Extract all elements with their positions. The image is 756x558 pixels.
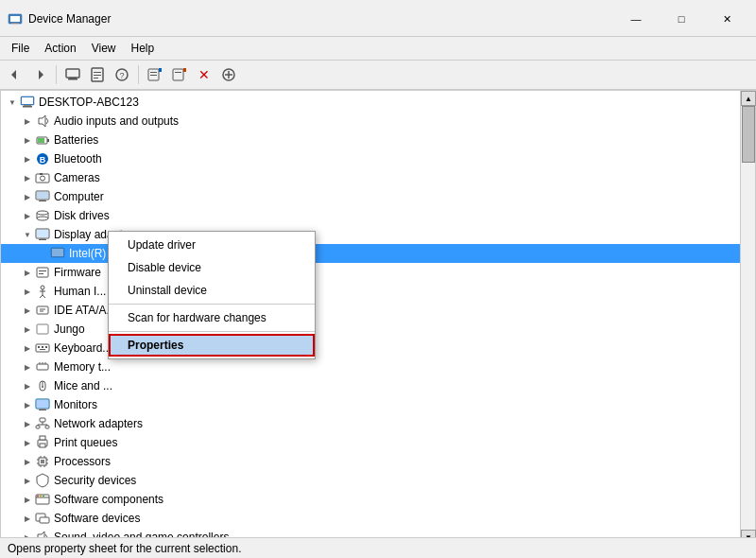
app-icon xyxy=(8,11,23,26)
tree-item-software-devices[interactable]: ▶ Software devices xyxy=(1,509,740,528)
tree-item-security[interactable]: ▶ Security devices xyxy=(1,471,740,490)
svg-rect-69 xyxy=(40,349,45,350)
window-controls: — □ ✕ xyxy=(614,6,748,32)
keyboard-label: Keyboard... xyxy=(54,341,112,355)
svg-rect-70 xyxy=(37,364,48,370)
ctx-disable-device-label: Disable device xyxy=(128,261,201,274)
svg-rect-6 xyxy=(69,78,77,78)
monitor-icon xyxy=(35,397,50,412)
svg-rect-36 xyxy=(36,174,49,183)
tree-item-memory[interactable]: ▶ Memory t... xyxy=(1,357,740,376)
menu-action[interactable]: Action xyxy=(37,39,83,58)
software-components-expand: ▶ xyxy=(20,492,35,507)
close-button[interactable]: ✕ xyxy=(705,6,748,32)
security-icon xyxy=(35,473,50,488)
svg-point-104 xyxy=(40,496,42,497)
svg-rect-53 xyxy=(37,268,48,277)
jungo-label: Jungo xyxy=(54,323,85,336)
svg-rect-2 xyxy=(11,23,19,24)
svg-line-60 xyxy=(43,295,45,298)
tree-item-bluetooth[interactable]: ▶ B Bluetooth xyxy=(1,149,740,168)
ctx-properties-label: Properties xyxy=(128,339,183,352)
svg-point-103 xyxy=(37,496,39,497)
jungo-icon xyxy=(35,322,50,337)
ctx-update-driver[interactable]: Update driver xyxy=(109,234,315,256)
tree-item-network[interactable]: ▶ Network adapters xyxy=(1,414,740,433)
svg-rect-11 xyxy=(94,78,98,78)
toolbar-properties2[interactable] xyxy=(144,63,166,86)
mice-label: Mice and ... xyxy=(54,379,112,392)
firmware-label: Firmware xyxy=(54,266,101,279)
tree-item-computer[interactable]: ▶ Computer xyxy=(1,187,740,206)
tree-item-disk[interactable]: ▶ Disk drives xyxy=(1,206,740,225)
tree-item-print[interactable]: ▶ Print queues xyxy=(1,433,740,452)
scroll-thumb[interactable] xyxy=(742,106,755,163)
window-title: Device Manager xyxy=(28,12,111,26)
bluetooth-expand: ▶ xyxy=(20,151,35,166)
minimize-button[interactable]: — xyxy=(614,6,658,32)
svg-rect-92 xyxy=(41,460,44,463)
tree-item-batteries[interactable]: ▶ Batteries xyxy=(1,131,740,149)
software-devices-icon xyxy=(35,511,50,526)
toolbar-add[interactable] xyxy=(217,63,240,86)
svg-rect-52 xyxy=(52,249,63,256)
human-label: Human I... xyxy=(54,285,106,298)
keyboard-icon xyxy=(35,340,50,356)
toolbar-forward[interactable] xyxy=(28,63,51,86)
tree-root[interactable]: ▼ DESKTOP-ABC123 xyxy=(1,93,740,112)
tree-item-cameras[interactable]: ▶ Cameras xyxy=(1,168,740,187)
ctx-separator-2 xyxy=(109,331,315,332)
tree-item-mice[interactable]: ▶ Mice and ... xyxy=(1,376,740,395)
bluetooth-icon: B xyxy=(35,151,50,166)
svg-rect-32 xyxy=(47,139,49,142)
network-label: Network adapters xyxy=(54,417,143,430)
network-expand: ▶ xyxy=(20,416,35,431)
toolbar-back[interactable] xyxy=(4,63,26,86)
toolbar-computer[interactable] xyxy=(61,63,84,86)
tree-item-processors[interactable]: ▶ Processors xyxy=(1,452,740,471)
audio-icon xyxy=(35,113,50,129)
scroll-up[interactable]: ▲ xyxy=(741,91,756,106)
svg-point-37 xyxy=(41,176,45,181)
memory-icon xyxy=(35,359,50,375)
toolbar-properties[interactable] xyxy=(86,63,109,86)
menu-help[interactable]: Help xyxy=(124,39,163,58)
scrollbar[interactable]: ▲ ▼ xyxy=(740,91,755,545)
svg-rect-79 xyxy=(40,409,45,410)
menu-file[interactable]: File xyxy=(4,39,37,58)
menu-view[interactable]: View xyxy=(84,39,124,58)
svg-rect-48 xyxy=(37,230,48,237)
svg-marker-28 xyxy=(39,115,45,127)
ctx-disable-device[interactable]: Disable device xyxy=(109,256,315,279)
svg-rect-55 xyxy=(39,273,43,274)
svg-text:?: ? xyxy=(119,71,124,80)
bluetooth-label: Bluetooth xyxy=(54,152,102,166)
computer-expand: ▶ xyxy=(20,189,35,204)
ide-expand: ▶ xyxy=(20,303,35,318)
maximize-button[interactable]: □ xyxy=(660,6,703,32)
svg-rect-80 xyxy=(39,410,46,410)
cameras-expand: ▶ xyxy=(20,170,35,185)
keyboard-expand: ▶ xyxy=(20,340,35,356)
mice-expand: ▶ xyxy=(20,378,35,393)
svg-rect-67 xyxy=(42,346,43,348)
svg-rect-41 xyxy=(40,200,45,201)
disk-label: Disk drives xyxy=(54,209,110,222)
menu-bar: File Action View Help xyxy=(0,37,756,61)
toolbar-scan[interactable] xyxy=(168,63,191,86)
svg-point-56 xyxy=(41,286,44,289)
disk-expand: ▶ xyxy=(20,208,35,223)
tree-item-monitors[interactable]: ▶ Monitors xyxy=(1,395,740,414)
toolbar-help[interactable]: ? xyxy=(111,63,133,86)
tree-item-audio[interactable]: ▶ Audio inputs and outputs xyxy=(1,112,740,131)
svg-rect-42 xyxy=(39,201,46,201)
ctx-scan-hardware[interactable]: Scan for hardware changes xyxy=(109,306,315,329)
ctx-properties[interactable]: Properties xyxy=(109,334,315,357)
svg-rect-16 xyxy=(150,72,157,73)
ctx-update-driver-label: Update driver xyxy=(128,238,196,252)
svg-point-105 xyxy=(43,496,44,497)
ctx-uninstall-device[interactable]: Uninstall device xyxy=(109,279,315,302)
tree-item-software-components[interactable]: ▶ Software components xyxy=(1,490,740,509)
scroll-track[interactable] xyxy=(741,106,755,530)
toolbar-delete[interactable]: ✕ xyxy=(193,63,215,86)
